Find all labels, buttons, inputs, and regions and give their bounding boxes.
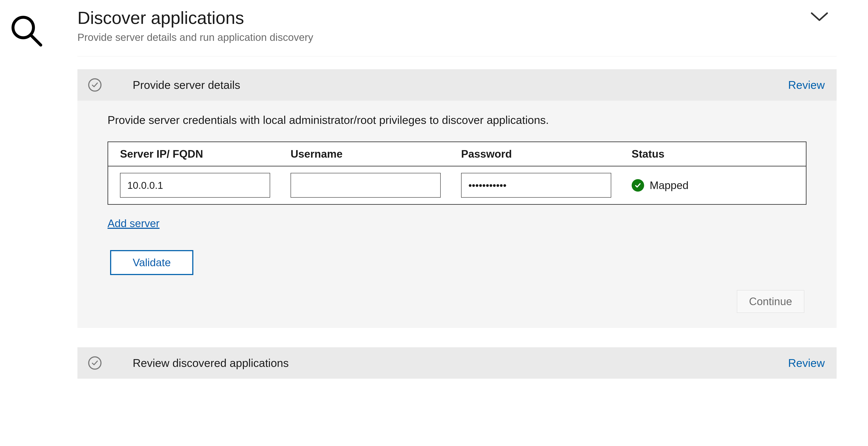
step1-header: Provide server details Review bbox=[78, 69, 837, 101]
validate-button[interactable]: Validate bbox=[110, 250, 193, 275]
col-password: Password bbox=[461, 148, 632, 160]
status-success-icon bbox=[632, 179, 644, 192]
step1-title: Provide server details bbox=[133, 78, 240, 91]
svg-line-1 bbox=[31, 35, 41, 45]
check-circle-icon bbox=[88, 356, 101, 370]
check-circle-icon bbox=[88, 78, 101, 92]
table-row: Mapped bbox=[108, 166, 806, 204]
password-input[interactable] bbox=[461, 173, 611, 198]
step1-panel: Provide server details Review Provide se… bbox=[78, 69, 837, 328]
page-header: Discover applications Provide server det… bbox=[78, 9, 837, 56]
col-ip: Server IP/ FQDN bbox=[120, 148, 290, 160]
page-title: Discover applications bbox=[78, 9, 313, 27]
server-table: Server IP/ FQDN Username Password Status bbox=[107, 141, 806, 205]
step1-description: Provide server credentials with local ad… bbox=[107, 114, 806, 126]
chevron-down-icon[interactable] bbox=[810, 9, 837, 24]
step2-header: Review discovered applications Review bbox=[78, 347, 837, 379]
server-ip-input[interactable] bbox=[120, 173, 270, 198]
col-username: Username bbox=[290, 148, 461, 160]
step1-review-link[interactable]: Review bbox=[788, 78, 825, 91]
page-subtitle: Provide server details and run applicati… bbox=[78, 31, 313, 43]
status-cell: Mapped bbox=[632, 179, 794, 192]
continue-button[interactable]: Continue bbox=[737, 290, 804, 313]
step2-title: Review discovered applications bbox=[133, 356, 289, 370]
username-input[interactable] bbox=[290, 173, 441, 198]
step2-panel: Review discovered applications Review bbox=[78, 347, 837, 379]
step2-review-link[interactable]: Review bbox=[788, 356, 825, 370]
table-header-row: Server IP/ FQDN Username Password Status bbox=[108, 142, 806, 166]
status-label: Mapped bbox=[650, 179, 689, 192]
search-icon[interactable] bbox=[9, 9, 45, 50]
col-status: Status bbox=[632, 148, 794, 160]
add-server-link[interactable]: Add server bbox=[107, 217, 160, 230]
step1-body: Provide server credentials with local ad… bbox=[78, 101, 837, 328]
